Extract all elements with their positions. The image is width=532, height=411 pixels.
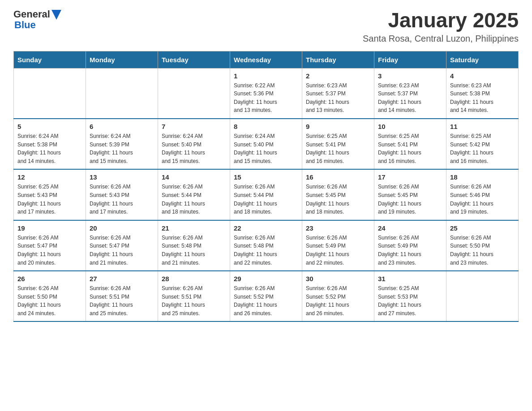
day-info: Sunrise: 6:25 AM Sunset: 5:41 PM Dayligh… (306, 132, 370, 165)
calendar-day-27: 27Sunrise: 6:26 AM Sunset: 5:51 PM Dayli… (86, 271, 158, 321)
day-number: 6 (90, 123, 154, 130)
day-info: Sunrise: 6:24 AM Sunset: 5:38 PM Dayligh… (17, 132, 82, 165)
calendar-day-23: 23Sunrise: 6:26 AM Sunset: 5:49 PM Dayli… (302, 220, 374, 271)
calendar-day-2: 2Sunrise: 6:23 AM Sunset: 5:37 PM Daylig… (302, 68, 374, 119)
day-number: 2 (306, 72, 370, 80)
logo-blue-text: Blue (14, 20, 61, 30)
calendar-day-4: 4Sunrise: 6:23 AM Sunset: 5:38 PM Daylig… (446, 68, 519, 119)
calendar-header-row: SundayMondayTuesdayWednesdayThursdayFrid… (14, 51, 519, 68)
calendar-day-19: 19Sunrise: 6:26 AM Sunset: 5:47 PM Dayli… (14, 220, 86, 271)
day-number: 28 (162, 275, 226, 283)
calendar-day-28: 28Sunrise: 6:26 AM Sunset: 5:51 PM Dayli… (158, 271, 230, 321)
column-header-friday: Friday (374, 51, 446, 68)
day-info: Sunrise: 6:22 AM Sunset: 5:36 PM Dayligh… (234, 81, 298, 115)
day-number: 29 (234, 275, 298, 283)
calendar-day-15: 15Sunrise: 6:26 AM Sunset: 5:44 PM Dayli… (230, 169, 302, 220)
day-info: Sunrise: 6:24 AM Sunset: 5:39 PM Dayligh… (90, 132, 154, 165)
day-info: Sunrise: 6:25 AM Sunset: 5:53 PM Dayligh… (378, 284, 442, 317)
day-info: Sunrise: 6:26 AM Sunset: 5:45 PM Dayligh… (378, 183, 442, 216)
logo-triangle-icon (51, 10, 61, 20)
calendar-empty-cell (14, 68, 86, 119)
calendar-day-11: 11Sunrise: 6:25 AM Sunset: 5:42 PM Dayli… (446, 119, 519, 169)
day-info: Sunrise: 6:26 AM Sunset: 5:50 PM Dayligh… (17, 284, 82, 317)
day-info: Sunrise: 6:26 AM Sunset: 5:46 PM Dayligh… (450, 183, 515, 216)
calendar-day-1: 1Sunrise: 6:22 AM Sunset: 5:36 PM Daylig… (230, 68, 302, 119)
calendar-day-25: 25Sunrise: 6:26 AM Sunset: 5:50 PM Dayli… (446, 220, 519, 271)
day-info: Sunrise: 6:26 AM Sunset: 5:43 PM Dayligh… (90, 183, 154, 216)
day-info: Sunrise: 6:25 AM Sunset: 5:43 PM Dayligh… (17, 183, 82, 216)
day-number: 25 (450, 224, 515, 232)
day-number: 21 (162, 224, 226, 232)
month-year-title: January 2025 (363, 9, 519, 32)
calendar-day-13: 13Sunrise: 6:26 AM Sunset: 5:43 PM Dayli… (86, 169, 158, 220)
day-info: Sunrise: 6:26 AM Sunset: 5:47 PM Dayligh… (90, 234, 154, 267)
day-number: 12 (17, 173, 82, 181)
calendar-day-12: 12Sunrise: 6:25 AM Sunset: 5:43 PM Dayli… (14, 169, 86, 220)
column-header-tuesday: Tuesday (158, 51, 230, 68)
calendar-day-24: 24Sunrise: 6:26 AM Sunset: 5:49 PM Dayli… (374, 220, 446, 271)
calendar-empty-cell (86, 68, 158, 119)
calendar-day-16: 16Sunrise: 6:26 AM Sunset: 5:45 PM Dayli… (302, 169, 374, 220)
day-number: 11 (450, 123, 515, 130)
calendar-day-6: 6Sunrise: 6:24 AM Sunset: 5:39 PM Daylig… (86, 119, 158, 169)
day-number: 27 (90, 275, 154, 283)
day-info: Sunrise: 6:26 AM Sunset: 5:51 PM Dayligh… (162, 284, 226, 317)
day-info: Sunrise: 6:26 AM Sunset: 5:44 PM Dayligh… (162, 183, 226, 216)
day-number: 16 (306, 173, 370, 181)
day-number: 14 (162, 173, 226, 181)
day-info: Sunrise: 6:26 AM Sunset: 5:48 PM Dayligh… (234, 234, 298, 267)
day-info: Sunrise: 6:26 AM Sunset: 5:48 PM Dayligh… (162, 234, 226, 267)
calendar-day-8: 8Sunrise: 6:24 AM Sunset: 5:40 PM Daylig… (230, 119, 302, 169)
day-number: 15 (234, 173, 298, 181)
day-info: Sunrise: 6:26 AM Sunset: 5:49 PM Dayligh… (378, 234, 442, 267)
column-header-thursday: Thursday (302, 51, 374, 68)
day-info: Sunrise: 6:25 AM Sunset: 5:42 PM Dayligh… (450, 132, 515, 165)
svg-marker-0 (51, 10, 61, 20)
calendar-week-row: 5Sunrise: 6:24 AM Sunset: 5:38 PM Daylig… (14, 119, 519, 169)
calendar-day-5: 5Sunrise: 6:24 AM Sunset: 5:38 PM Daylig… (14, 119, 86, 169)
day-number: 17 (378, 173, 442, 181)
title-block: January 2025 Santa Rosa, Central Luzon, … (363, 9, 519, 44)
day-number: 8 (234, 123, 298, 130)
calendar-day-26: 26Sunrise: 6:26 AM Sunset: 5:50 PM Dayli… (14, 271, 86, 321)
day-info: Sunrise: 6:23 AM Sunset: 5:37 PM Dayligh… (306, 81, 370, 115)
day-info: Sunrise: 6:23 AM Sunset: 5:38 PM Dayligh… (450, 81, 515, 115)
calendar-week-row: 26Sunrise: 6:26 AM Sunset: 5:50 PM Dayli… (14, 271, 519, 321)
column-header-sunday: Sunday (14, 51, 86, 68)
day-number: 7 (162, 123, 226, 130)
calendar-day-17: 17Sunrise: 6:26 AM Sunset: 5:45 PM Dayli… (374, 169, 446, 220)
day-info: Sunrise: 6:26 AM Sunset: 5:49 PM Dayligh… (306, 234, 370, 267)
logo: General Blue (13, 9, 61, 30)
logo-general-text: General (13, 9, 50, 20)
day-number: 20 (90, 224, 154, 232)
calendar-day-3: 3Sunrise: 6:23 AM Sunset: 5:37 PM Daylig… (374, 68, 446, 119)
day-number: 10 (378, 123, 442, 130)
location-subtitle: Santa Rosa, Central Luzon, Philippines (363, 34, 519, 44)
day-number: 22 (234, 224, 298, 232)
calendar-day-9: 9Sunrise: 6:25 AM Sunset: 5:41 PM Daylig… (302, 119, 374, 169)
column-header-saturday: Saturday (446, 51, 519, 68)
day-number: 3 (378, 72, 442, 80)
page-header: General Blue January 2025 Santa Rosa, Ce… (13, 9, 519, 44)
day-number: 4 (450, 72, 515, 80)
calendar-day-20: 20Sunrise: 6:26 AM Sunset: 5:47 PM Dayli… (86, 220, 158, 271)
calendar-day-14: 14Sunrise: 6:26 AM Sunset: 5:44 PM Dayli… (158, 169, 230, 220)
day-number: 26 (17, 275, 82, 283)
day-info: Sunrise: 6:26 AM Sunset: 5:45 PM Dayligh… (306, 183, 370, 216)
day-number: 5 (17, 123, 82, 130)
calendar-week-row: 1Sunrise: 6:22 AM Sunset: 5:36 PM Daylig… (14, 68, 519, 119)
day-number: 18 (450, 173, 515, 181)
calendar-day-7: 7Sunrise: 6:24 AM Sunset: 5:40 PM Daylig… (158, 119, 230, 169)
day-number: 13 (90, 173, 154, 181)
day-info: Sunrise: 6:25 AM Sunset: 5:41 PM Dayligh… (378, 132, 442, 165)
calendar-day-22: 22Sunrise: 6:26 AM Sunset: 5:48 PM Dayli… (230, 220, 302, 271)
day-info: Sunrise: 6:26 AM Sunset: 5:50 PM Dayligh… (450, 234, 515, 267)
day-info: Sunrise: 6:26 AM Sunset: 5:44 PM Dayligh… (234, 183, 298, 216)
calendar-day-10: 10Sunrise: 6:25 AM Sunset: 5:41 PM Dayli… (374, 119, 446, 169)
day-info: Sunrise: 6:26 AM Sunset: 5:52 PM Dayligh… (234, 284, 298, 317)
day-number: 19 (17, 224, 82, 232)
day-info: Sunrise: 6:24 AM Sunset: 5:40 PM Dayligh… (234, 132, 298, 165)
day-info: Sunrise: 6:24 AM Sunset: 5:40 PM Dayligh… (162, 132, 226, 165)
day-info: Sunrise: 6:26 AM Sunset: 5:47 PM Dayligh… (17, 234, 82, 267)
calendar-day-18: 18Sunrise: 6:26 AM Sunset: 5:46 PM Dayli… (446, 169, 519, 220)
